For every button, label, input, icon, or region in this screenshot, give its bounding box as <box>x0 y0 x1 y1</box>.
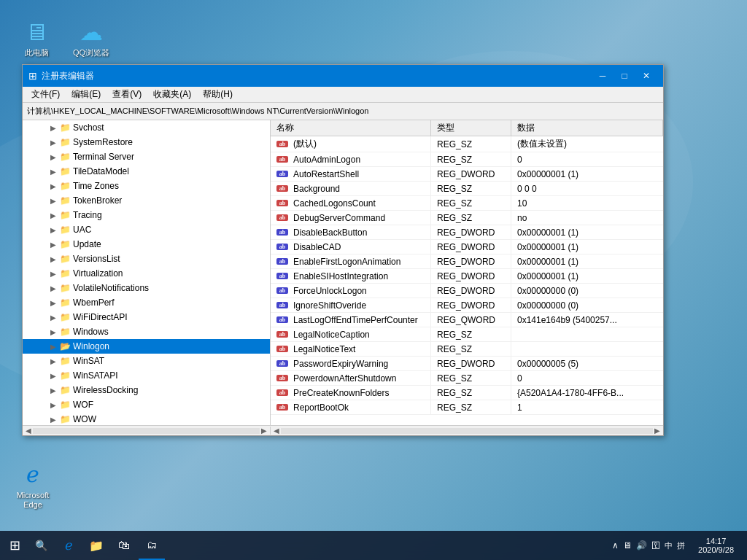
tree-item-winlogon[interactable]: ▶ 📂 Winlogon <box>23 339 270 354</box>
tree-item-windows[interactable]: ▶ 📁 Windows <box>23 324 270 339</box>
reg-ab-icon: ab <box>276 389 288 396</box>
tree-item-virtualization[interactable]: ▶ 📁 Virtualization <box>23 266 270 281</box>
col-header-data[interactable]: 数据 <box>511 120 663 136</box>
table-row[interactable]: abForceUnlockLogon REG_DWORD 0x00000000 … <box>271 284 663 298</box>
table-row[interactable]: abAutoRestartShell REG_DWORD 0x00000001 … <box>271 167 663 182</box>
value-type: REG_SZ <box>431 371 511 385</box>
tree-item-wirelessdocking[interactable]: ▶ 📁 WirelessDocking <box>23 383 270 397</box>
expand-icon: ▶ <box>49 153 58 161</box>
reg-ab-icon: ab <box>276 141 288 147</box>
tree-item-uac[interactable]: ▶ 📁 UAC <box>23 222 270 237</box>
regedit-app-icon: ⊞ <box>28 70 37 82</box>
title-bar: ⊞ 注册表编辑器 ─ □ ✕ <box>23 65 663 87</box>
desktop-icon-qq-browser[interactable]: ☁ QQ浏览器 <box>66 15 117 61</box>
desktop-icon-this-pc[interactable]: 🖥 此电脑 <box>11 15 62 61</box>
table-row[interactable]: abDisableBackButton REG_DWORD 0x00000001… <box>271 225 663 240</box>
menu-file[interactable]: 文件(F) <box>26 87 66 102</box>
table-row[interactable]: abEnableFirstLogonAnimation REG_DWORD 0x… <box>271 254 663 269</box>
horizontal-scrollbar[interactable]: ◀ ▶ ◀ ▶ <box>23 425 663 435</box>
tree-pane[interactable]: ▶ 📁 Svchost ▶ 📁 SystemRestore ▶ 📁 Termin… <box>23 120 271 425</box>
expand-icon: ▶ <box>49 139 58 147</box>
tray-security-icon[interactable]: ⚿ <box>651 540 660 551</box>
expand-icon: ▶ <box>49 124 58 132</box>
table-row[interactable]: ab(默认) REG_SZ (数值未设置) <box>271 136 663 152</box>
tree-item-update[interactable]: ▶ 📁 Update <box>23 237 270 252</box>
tree-item-tokenbroker[interactable]: ▶ 📁 TokenBroker <box>23 193 270 208</box>
tray-volume-icon[interactable]: 🔊 <box>636 540 647 551</box>
value-name: abReportBootOk <box>271 400 431 414</box>
menu-favorites[interactable]: 收藏夹(A) <box>147 87 197 102</box>
tree-item-terminal-server[interactable]: ▶ 📁 Terminal Server <box>23 149 270 164</box>
table-row[interactable]: abPreCreateKnownFolders REG_SZ {A520A1A4… <box>271 386 663 400</box>
taskbar-explorer-icon[interactable]: 📁 <box>83 531 109 560</box>
table-row[interactable]: abAutoAdminLogon REG_SZ 0 <box>271 152 663 167</box>
tree-item-wof[interactable]: ▶ 📁 WOF <box>23 397 270 412</box>
tree-item-volatilenotifications[interactable]: ▶ 📁 VolatileNotifications <box>23 281 270 295</box>
taskbar-regedit-icon[interactable]: 🗂 <box>139 531 165 560</box>
tray-lang-icon[interactable]: 中 <box>665 540 673 551</box>
value-type: REG_DWORD <box>431 240 511 254</box>
tree-item-svchost[interactable]: ▶ 📁 Svchost <box>23 120 270 135</box>
tree-item-wow[interactable]: ▶ 📁 WOW <box>23 412 270 425</box>
close-button[interactable]: ✕ <box>635 65 657 87</box>
tree-item-timezones[interactable]: ▶ 📁 Time Zones <box>23 179 270 193</box>
table-row[interactable]: abReportBootOk REG_SZ 1 <box>271 400 663 415</box>
tree-item-wifidirectapi[interactable]: ▶ 📁 WiFiDirectAPI <box>23 310 270 324</box>
table-row[interactable]: abEnableSIHostIntegration REG_DWORD 0x00… <box>271 269 663 284</box>
tray-arrow-icon[interactable]: ∧ <box>612 540 619 551</box>
taskbar-store-icon[interactable]: 🛍 <box>111 531 137 560</box>
reg-ab-icon: ab <box>276 200 288 206</box>
maximize-button[interactable]: □ <box>614 65 635 87</box>
menu-edit[interactable]: 编辑(E) <box>66 87 107 102</box>
show-desktop-button[interactable] <box>741 531 747 560</box>
expand-icon: ▶ <box>49 416 58 424</box>
reg-dw-icon: ab <box>276 316 288 323</box>
table-row[interactable]: abPowerdownAfterShutdown REG_SZ 0 <box>271 371 663 386</box>
menu-help[interactable]: 帮助(H) <box>197 87 239 102</box>
start-button[interactable]: ⊞ <box>0 531 29 560</box>
tree-item-wbemperf[interactable]: ▶ 📁 WbemPerf <box>23 295 270 310</box>
value-name: abLegalNoticeText <box>271 342 431 356</box>
value-data: 1 <box>511 400 663 414</box>
table-row[interactable]: abDisableCAD REG_DWORD 0x00000001 (1) <box>271 240 663 254</box>
expand-icon: ▶ <box>49 299 58 307</box>
table-row[interactable]: abLastLogOffEndTimePerfCounter REG_QWORD… <box>271 313 663 327</box>
folder-icon: 📁 <box>60 298 71 308</box>
value-type: REG_SZ <box>431 182 511 195</box>
taskbar-edge-icon[interactable]: ℯ <box>55 531 82 560</box>
reg-dw-icon: ab <box>276 360 288 367</box>
table-row[interactable]: abDebugServerCommand REG_SZ no <box>271 211 663 225</box>
tree-item-systemrestore[interactable]: ▶ 📁 SystemRestore <box>23 135 270 149</box>
window-controls: ─ □ ✕ <box>592 65 657 87</box>
table-row[interactable]: abLegalNoticeText REG_SZ <box>271 342 663 357</box>
tree-item-versionslist[interactable]: ▶ 📁 VersionsList <box>23 252 270 266</box>
table-row[interactable]: abCachedLogonsCount REG_SZ 10 <box>271 196 663 211</box>
tree-item-winsatapi[interactable]: ▶ 📁 WinSATAPI <box>23 368 270 383</box>
value-name: abDebugServerCommand <box>271 211 431 225</box>
taskbar-clock[interactable]: 14:17 2020/9/28 <box>691 531 741 560</box>
folder-icon: 📁 <box>60 122 71 133</box>
minimize-button[interactable]: ─ <box>592 65 614 87</box>
col-header-name[interactable]: 名称 <box>271 120 431 136</box>
tree-item-tiledatamodel[interactable]: ▶ 📁 TileDataModel <box>23 164 270 179</box>
tray-network-icon[interactable]: 🖥 <box>623 540 632 551</box>
menu-view[interactable]: 查看(V) <box>107 87 147 102</box>
value-type: REG_SZ <box>431 327 511 341</box>
tray-ime-icon[interactable]: 拼 <box>677 540 685 551</box>
tree-item-winsat[interactable]: ▶ 📁 WinSAT <box>23 354 270 368</box>
table-row[interactable]: abIgnoreShiftOveride REG_DWORD 0x0000000… <box>271 298 663 313</box>
desktop-icon-edge[interactable]: ℯ Microsoft Edge <box>7 457 58 513</box>
table-row[interactable]: abLegalNoticeCaption REG_SZ <box>271 327 663 342</box>
value-type: REG_DWORD <box>431 254 511 268</box>
expand-icon: ▶ <box>49 386 58 394</box>
table-row[interactable]: abBackground REG_SZ 0 0 0 <box>271 182 663 196</box>
values-pane[interactable]: 名称 类型 数据 ab(默认) REG_SZ (数值未设置) abAutoAdm… <box>271 120 663 425</box>
desktop: 🖥 此电脑 ☁ QQ浏览器 ℯ Microsoft Edge ⊞ 注册表编辑器 … <box>0 0 747 560</box>
table-row[interactable]: abPasswordExpiryWarning REG_DWORD 0x0000… <box>271 357 663 371</box>
folder-icon: 📁 <box>60 400 71 410</box>
tree-item-tracing[interactable]: ▶ 📁 Tracing <box>23 208 270 222</box>
value-data: (数值未设置) <box>511 136 663 152</box>
col-header-type[interactable]: 类型 <box>431 120 511 136</box>
search-button[interactable]: 🔍 <box>29 531 53 560</box>
value-data: 0 0 0 <box>511 182 663 195</box>
